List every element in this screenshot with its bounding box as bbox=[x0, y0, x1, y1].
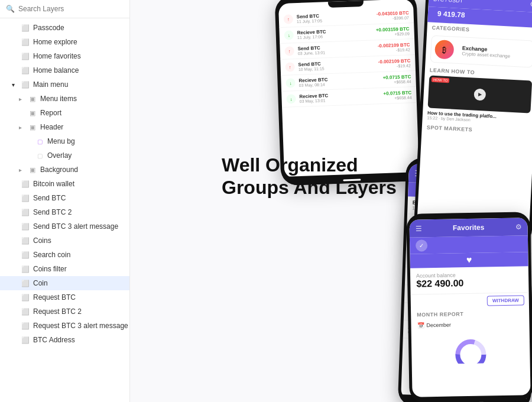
monitor-icon bbox=[21, 278, 30, 288]
layer-item-home-balance[interactable]: Home balance bbox=[0, 63, 129, 77]
layer-item-coins[interactable]: Coins bbox=[0, 234, 129, 248]
layer-label: Main menu bbox=[33, 80, 68, 89]
headline-line2: Groups And Layers bbox=[222, 176, 397, 199]
tx-amount: -0.002109 BTC -$19.42 bbox=[378, 58, 411, 69]
layer-item-send-btc[interactable]: Send BTC bbox=[0, 191, 129, 205]
layer-label: Request BTC bbox=[33, 293, 76, 302]
arrow-icon: ▸ bbox=[19, 167, 25, 173]
layer-item-menu-items[interactable]: ▸ Menu items bbox=[0, 92, 129, 106]
arrow-icon: ▾ bbox=[12, 82, 18, 88]
video-thumbnail: HOW TO ▶ bbox=[428, 76, 532, 114]
monitor-icon bbox=[21, 236, 30, 245]
layer-item-bitcoin-wallet[interactable]: Bitcoin wallet bbox=[0, 177, 129, 191]
withdraw-row: WITHDRAW bbox=[411, 293, 529, 309]
layer-item-btc-address[interactable]: BTC Address bbox=[0, 333, 129, 347]
recv-arrow-icon: ↓ bbox=[286, 94, 296, 104]
layer-item-home-explore[interactable]: Home explore bbox=[0, 35, 129, 49]
layer-label: Send BTC 2 bbox=[33, 208, 72, 216]
layer-item-overlay[interactable]: Overlay bbox=[0, 148, 129, 163]
layer-label: Coins bbox=[33, 236, 51, 245]
search-input[interactable] bbox=[18, 5, 124, 13]
video-tag: HOW TO bbox=[432, 77, 450, 83]
tx-amount: +0.0715 BTC +$658.44 bbox=[383, 90, 411, 100]
tx-info: Recieve BTC 11 July, 17:06 bbox=[297, 28, 372, 40]
donut-chart bbox=[450, 333, 492, 364]
layer-item-passcode[interactable]: Passcode bbox=[0, 21, 129, 35]
layer-label: Home favorites bbox=[33, 52, 81, 60]
layer-item-request-btc-3[interactable]: Request BTC 3 alert message bbox=[0, 319, 129, 333]
layer-item-send-btc-2[interactable]: Send BTC 2 bbox=[0, 205, 129, 219]
monitor-icon bbox=[21, 293, 30, 302]
fav2-checkmark: ✓ bbox=[410, 235, 528, 254]
hamburger-icon: ☰ bbox=[416, 224, 422, 232]
layers-list: Passcode Home explore Home favorites Hom… bbox=[0, 18, 129, 402]
layer-label: Send BTC 3 alert message bbox=[33, 222, 118, 231]
monitor-icon bbox=[21, 179, 30, 189]
monitor-icon bbox=[21, 335, 30, 345]
folder-icon bbox=[28, 108, 37, 118]
phone-screen-1: ↑ Send BTC 11 July, 17:05 -0.043010 BTC … bbox=[278, 0, 419, 179]
layer-label: Menu bg bbox=[47, 137, 75, 145]
send-arrow-icon: ↑ bbox=[284, 46, 294, 56]
layer-label: Overlay bbox=[47, 151, 72, 160]
monitor-icon bbox=[21, 321, 30, 330]
layer-item-request-btc-2[interactable]: Request BTC 2 bbox=[0, 304, 129, 319]
layer-label: Coin bbox=[33, 279, 48, 287]
recv-arrow-icon: ↓ bbox=[284, 30, 294, 40]
withdraw-button[interactable]: WITHDRAW bbox=[487, 295, 524, 306]
layer-label: Background bbox=[40, 166, 78, 174]
tx-amount: -0.043010 BTC -$396.07 bbox=[377, 10, 409, 21]
layer-item-search-coin[interactable]: Search coin bbox=[0, 248, 129, 262]
layer-item-menu-bg[interactable]: Menu bg bbox=[0, 134, 129, 148]
white-rect-icon bbox=[35, 151, 44, 160]
layer-item-header[interactable]: ▸ Header bbox=[0, 120, 129, 134]
phone-notch bbox=[328, 1, 364, 8]
play-button[interactable]: ▶ bbox=[473, 88, 486, 100]
calendar-icon: 📅 bbox=[417, 322, 424, 328]
monitor-icon bbox=[21, 23, 30, 33]
tx-amount: -0.002109 BTC -$19.42 bbox=[378, 42, 410, 53]
layer-label: Home explore bbox=[33, 38, 77, 46]
tx-info: Send BTC 10 May, 11:15 bbox=[298, 59, 375, 72]
layer-item-background[interactable]: ▸ Background bbox=[0, 163, 129, 177]
tx-amount: +0.0715 BTC +$658.44 bbox=[382, 74, 411, 85]
headline-line1: Well Organized bbox=[222, 154, 397, 176]
layer-item-home-favorites[interactable]: Home favorites bbox=[0, 49, 129, 63]
monitor-icon bbox=[21, 307, 30, 316]
tx-amount: +0.003159 BTC +$29.09 bbox=[376, 26, 410, 37]
layer-item-send-btc-3[interactable]: Send BTC 3 alert message bbox=[0, 219, 129, 234]
layer-label: Report bbox=[40, 109, 61, 117]
monitor-icon bbox=[21, 37, 30, 47]
monitor-icon bbox=[21, 80, 30, 89]
layer-item-main-menu[interactable]: ▾ Main menu bbox=[0, 77, 129, 92]
tx-info: Recieve BTC 03 May, 13:01 bbox=[299, 91, 380, 103]
layer-item-coin[interactable]: Coin bbox=[0, 276, 129, 290]
folder-icon bbox=[28, 94, 37, 103]
layer-label: Coins filter bbox=[33, 265, 67, 273]
tx-info: Send BTC 03 June, 13:01 bbox=[297, 43, 374, 56]
search-bar[interactable]: 🔍 bbox=[0, 0, 129, 18]
settings-icon: ⚙ bbox=[530, 0, 532, 9]
phone-balance: ☰ Favorites ⚙ ✓ ♥ Account balance $22 49… bbox=[406, 212, 532, 402]
settings-icon: ⚙ bbox=[515, 222, 521, 231]
layer-item-request-btc[interactable]: Request BTC bbox=[0, 290, 129, 304]
fav2-title: Favorites bbox=[453, 223, 485, 232]
rect-icon bbox=[35, 137, 44, 146]
layer-label: Bitcoin wallet bbox=[33, 180, 74, 188]
send-arrow-icon: ↑ bbox=[285, 62, 295, 72]
center-text: Well Organized Groups And Layers bbox=[222, 154, 397, 199]
balance-amount: $22 490.00 bbox=[416, 277, 523, 289]
layer-label: Search coin bbox=[33, 251, 70, 259]
exchange-text: Exchange Crypto asset exchange bbox=[457, 42, 515, 61]
fav2-header: ☰ Favorites ⚙ bbox=[409, 218, 527, 237]
layer-item-report[interactable]: Report bbox=[0, 106, 129, 120]
phone-screen-4: ☰ Favorites ⚙ ✓ ♥ Account balance $22 49… bbox=[409, 218, 530, 397]
balance-section: Account balance $22 490.00 bbox=[410, 266, 529, 294]
monitor-icon bbox=[21, 222, 30, 231]
layer-label: Header bbox=[40, 123, 63, 131]
phone-categories: BTC / USDT ⚙ 9 419.78 CATEGORIES ₿ Excha… bbox=[413, 0, 532, 245]
folder-icon bbox=[28, 122, 37, 132]
layer-label: BTC Address bbox=[33, 336, 75, 344]
main-content: Well Organized Groups And Layers ↑ Send … bbox=[130, 0, 532, 402]
layer-item-coins-filter[interactable]: Coins filter bbox=[0, 262, 129, 276]
